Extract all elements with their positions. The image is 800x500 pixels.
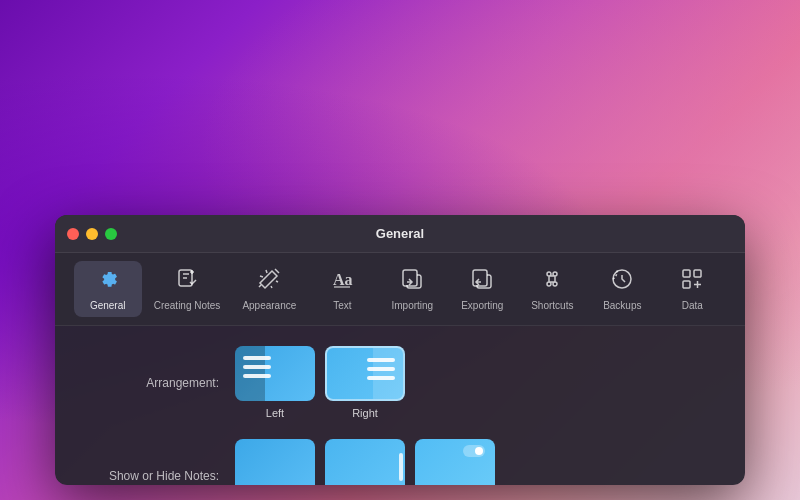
svg-rect-8 <box>683 281 690 288</box>
tab-exporting-label: Exporting <box>461 300 503 311</box>
maximize-button[interactable] <box>105 228 117 240</box>
thumb-line <box>367 376 395 380</box>
note-add-icon <box>175 267 199 297</box>
tab-general[interactable]: General <box>74 261 142 317</box>
tab-importing-label: Importing <box>391 300 433 311</box>
arrangement-right-option[interactable]: Right <box>325 346 405 419</box>
show-hide-notes-row: Show or Hide Notes: Open Bar Hot Side <box>85 439 715 485</box>
arrangement-right-label: Right <box>352 407 378 419</box>
menubar-thumb <box>415 439 495 485</box>
tab-shortcuts-label: Shortcuts <box>531 300 573 311</box>
gear-icon <box>96 267 120 297</box>
arrangement-right-thumb <box>325 346 405 401</box>
wand-icon <box>257 267 281 297</box>
settings-content: Arrangement: Left <box>55 326 745 485</box>
svg-text:Aa: Aa <box>333 271 353 288</box>
export-icon <box>470 267 494 297</box>
backup-icon <box>610 267 634 297</box>
tab-data-label: Data <box>682 300 703 311</box>
tab-appearance-label: Appearance <box>242 300 296 311</box>
import-icon <box>400 267 424 297</box>
svg-rect-6 <box>683 270 690 277</box>
show-hide-notes-options: Open Bar Hot Side Menubar <box>235 439 495 485</box>
svg-rect-4 <box>473 270 487 286</box>
tab-general-label: General <box>90 300 126 311</box>
text-format-icon: Aa <box>330 267 354 297</box>
minimize-button[interactable] <box>86 228 98 240</box>
thumb-line <box>367 358 395 362</box>
tab-importing[interactable]: Importing <box>378 261 446 317</box>
command-icon <box>540 267 564 297</box>
thumb-line <box>243 374 271 378</box>
thumb-line <box>367 367 395 371</box>
svg-rect-7 <box>694 270 701 277</box>
tab-exporting[interactable]: Exporting <box>448 261 516 317</box>
tab-text-label: Text <box>333 300 351 311</box>
toolbar: General Creating Notes Appearance <box>55 253 745 326</box>
arrangement-label: Arrangement: <box>85 376 235 390</box>
tab-data[interactable]: Data <box>658 261 726 317</box>
tab-shortcuts[interactable]: Shortcuts <box>518 261 586 317</box>
tab-appearance[interactable]: Appearance <box>232 261 306 317</box>
traffic-lights <box>67 228 117 240</box>
side-indicator <box>399 453 403 481</box>
arrangement-left-label: Left <box>266 407 284 419</box>
thumb-lines-left <box>243 356 271 378</box>
toggle-indicator <box>463 445 485 457</box>
preferences-window: General General Creating Notes <box>55 215 745 485</box>
data-icon <box>680 267 704 297</box>
open-bar-option[interactable]: Open Bar <box>235 439 315 485</box>
show-hide-notes-label: Show or Hide Notes: <box>85 469 235 483</box>
arrangement-left-thumb <box>235 346 315 401</box>
titlebar: General <box>55 215 745 253</box>
arrangement-row: Arrangement: Left <box>85 346 715 419</box>
arrangement-options: Left Right <box>235 346 405 419</box>
tab-creating-notes[interactable]: Creating Notes <box>144 261 231 317</box>
window-title: General <box>376 226 424 241</box>
arrangement-left-option[interactable]: Left <box>235 346 315 419</box>
thumb-line <box>243 365 271 369</box>
close-button[interactable] <box>67 228 79 240</box>
hot-side-thumb <box>325 439 405 485</box>
tab-backups-label: Backups <box>603 300 641 311</box>
thumb-lines-right <box>367 358 395 380</box>
tab-creating-notes-label: Creating Notes <box>154 300 221 311</box>
menubar-option[interactable]: Menubar <box>415 439 495 485</box>
tab-backups[interactable]: Backups <box>588 261 656 317</box>
hot-side-option[interactable]: Hot Side <box>325 439 405 485</box>
thumb-line <box>243 356 271 360</box>
open-bar-thumb <box>235 439 315 485</box>
tab-text[interactable]: Aa Text <box>308 261 376 317</box>
